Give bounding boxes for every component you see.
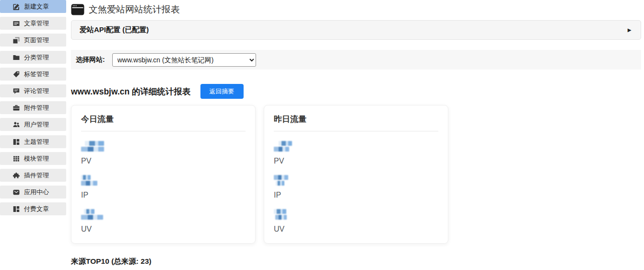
sidebar-group-content: 分类管理 标签管理 评论管理 附件管理 用户管理 <box>0 51 66 131</box>
chevron-right-icon: ► <box>626 26 632 34</box>
sidebar-item-label: 新建文章 <box>24 2 49 11</box>
sidebar-item-category-manage[interactable]: 分类管理 <box>0 51 66 64</box>
sidebar-item-label: 付费文章 <box>24 205 49 213</box>
sidebar-item-attachment-manage[interactable]: 附件管理 <box>0 101 66 114</box>
sidebar-item-article-manage[interactable]: 文章管理 <box>0 17 66 30</box>
site-select-row: 选择网站: www.wsbjw.cn (文煞站长笔记网) <box>71 50 641 70</box>
stat-label: IP <box>81 191 246 200</box>
redacted-value <box>81 209 246 220</box>
sidebar-item-label: 应用中心 <box>24 188 49 197</box>
stat-label: UV <box>274 225 438 234</box>
accordion-label: 爱站API配置 (已配置) <box>80 25 149 35</box>
columns-icon <box>13 139 20 145</box>
stat-uv: UV <box>81 209 246 234</box>
stat-uv: UV <box>274 209 438 234</box>
sidebar-item-label: 插件管理 <box>24 171 49 180</box>
traffic-cards: 今日流量 PV IP <box>71 105 641 244</box>
sidebar-item-label: 评论管理 <box>24 87 49 95</box>
sidebar-item-comment-manage[interactable]: 评论管理 <box>0 84 66 97</box>
sidebar-item-app-center[interactable]: 应用中心 <box>0 186 66 199</box>
redacted-value <box>81 141 246 152</box>
main-content: 文煞爱站网站统计报表 爱站API配置 (已配置) ► 选择网站: www.wsb… <box>66 0 644 270</box>
edit-icon <box>13 3 20 10</box>
puzzle-icon <box>13 172 20 179</box>
redacted-value <box>81 175 246 186</box>
card-title: 今日流量 <box>81 114 246 131</box>
page-header: 文煞爱站网站统计报表 <box>71 3 641 16</box>
columns-icon <box>13 206 20 212</box>
stat-label: IP <box>274 191 438 200</box>
sidebar-item-label: 文章管理 <box>24 19 49 28</box>
sidebar-item-label: 用户管理 <box>24 120 49 129</box>
stat-pv: PV <box>81 141 246 165</box>
sidebar-item-paid-articles[interactable]: 付费文章 <box>0 202 66 215</box>
stat-ip: IP <box>274 175 438 200</box>
stat-label: PV <box>274 157 438 165</box>
sidebar-item-label: 页面管理 <box>24 36 49 45</box>
sidebar-group-system: 主题管理 模块管理 插件管理 应用中心 付费文章 <box>0 135 66 215</box>
folder-icon <box>13 54 20 61</box>
sidebar-item-module-manage[interactable]: 模块管理 <box>0 152 66 165</box>
sidebar-item-label: 标签管理 <box>24 70 49 79</box>
sidebar-item-label: 分类管理 <box>24 53 49 62</box>
sidebar-item-plugin-manage[interactable]: 插件管理 <box>0 169 66 182</box>
today-traffic-card: 今日流量 PV IP <box>71 105 256 244</box>
app-box-icon <box>13 189 20 196</box>
stat-label: PV <box>81 157 246 165</box>
sidebar-item-user-manage[interactable]: 用户管理 <box>0 118 66 131</box>
card-title: 昨日流量 <box>274 114 438 131</box>
sidebar-item-theme-manage[interactable]: 主题管理 <box>0 135 66 148</box>
report-header: www.wsbjw.cn 的详细统计报表 返回摘要 <box>71 84 641 99</box>
comment-icon <box>13 88 20 94</box>
sidebar-item-label: 主题管理 <box>24 138 49 146</box>
page-title: 文煞爱站网站统计报表 <box>89 3 180 16</box>
sidebar-item-label: 模块管理 <box>24 154 49 163</box>
sidebar-item-page-manage[interactable]: 页面管理 <box>0 34 66 47</box>
site-select-label: 选择网站: <box>76 56 105 64</box>
pages-icon <box>13 37 20 44</box>
app-window: 新建文章 文章管理 页面管理 分类管理 标签管理 评论管理 <box>0 0 644 270</box>
site-select[interactable]: www.wsbjw.cn (文煞站长笔记网) <box>112 53 256 67</box>
yesterday-traffic-card: 昨日流量 PV IP <box>264 105 448 244</box>
stat-pv: PV <box>274 141 438 165</box>
sidebar: 新建文章 文章管理 页面管理 分类管理 标签管理 评论管理 <box>0 0 66 270</box>
redacted-value <box>274 141 438 152</box>
api-config-accordion[interactable]: 爱站API配置 (已配置) ► <box>71 20 641 40</box>
sidebar-item-label: 附件管理 <box>24 104 49 112</box>
report-title: www.wsbjw.cn 的详细统计报表 <box>71 86 191 97</box>
tag-icon <box>13 71 20 78</box>
redacted-value <box>274 175 438 186</box>
users-icon <box>13 121 20 128</box>
stat-ip: IP <box>81 175 246 200</box>
sidebar-item-tag-manage[interactable]: 标签管理 <box>0 68 66 81</box>
sidebar-item-new-article[interactable]: 新建文章 <box>0 0 66 13</box>
newspaper-icon <box>13 20 20 27</box>
grid-icon <box>13 155 20 162</box>
back-to-summary-button[interactable]: 返回摘要 <box>200 84 244 99</box>
sidebar-group-articles: 新建文章 文章管理 页面管理 <box>0 0 66 47</box>
sources-top10-heading: 来源TOP10 (总来源: 23) <box>71 257 641 267</box>
window-icon <box>71 4 84 15</box>
briefcase-icon <box>13 105 20 111</box>
stat-label: UV <box>81 225 246 234</box>
redacted-value <box>274 209 438 220</box>
